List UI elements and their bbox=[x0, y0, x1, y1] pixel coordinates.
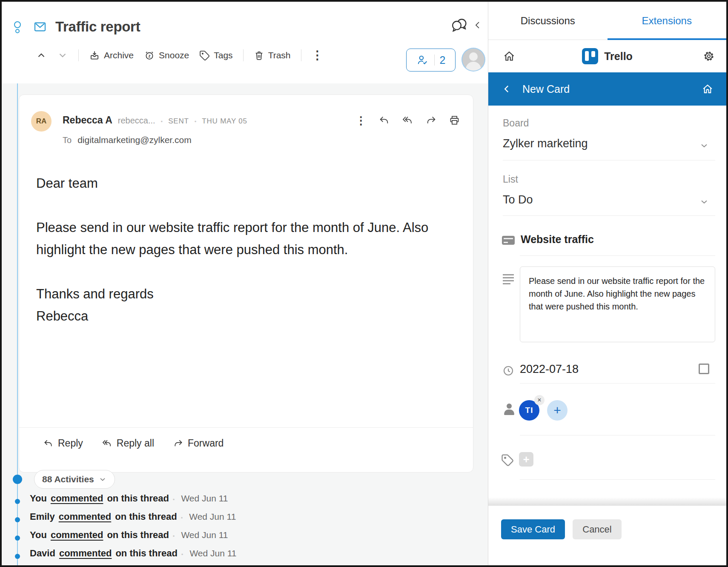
remove-member-icon[interactable]: × bbox=[534, 395, 545, 405]
card-divider bbox=[19, 427, 473, 428]
board-select-value[interactable]: Zylker marketing bbox=[503, 137, 588, 150]
timeline-dot bbox=[15, 499, 20, 504]
activity-context: on this thread bbox=[107, 493, 169, 504]
field-divider bbox=[520, 383, 715, 384]
list-label: List bbox=[503, 174, 518, 185]
tag-icon bbox=[199, 50, 210, 61]
trash-button[interactable]: Trash bbox=[254, 50, 291, 61]
activity-item: You commented on this thread • Wed Jun 1… bbox=[30, 530, 228, 543]
toolbar-divider bbox=[243, 49, 244, 61]
scroll-shadow bbox=[488, 497, 726, 506]
meta-separator: • bbox=[181, 551, 183, 558]
message-more-icon[interactable]: ⋮ bbox=[355, 115, 367, 126]
due-date-checkbox[interactable] bbox=[699, 364, 709, 374]
email-paragraph: Please send in our website traffic repor… bbox=[36, 217, 445, 261]
gear-icon[interactable] bbox=[702, 50, 715, 63]
chevron-down-icon[interactable] bbox=[699, 197, 709, 207]
field-divider bbox=[503, 160, 715, 160]
activity-context: on this thread bbox=[115, 548, 177, 559]
reply-all-icon[interactable] bbox=[402, 115, 413, 126]
back-icon[interactable] bbox=[501, 83, 512, 94]
list-select-value[interactable]: To Do bbox=[503, 193, 533, 206]
panel-tabs: Discussions Extensions bbox=[488, 2, 726, 40]
meta-separator: • bbox=[173, 533, 175, 539]
assignee-button[interactable]: 2 bbox=[406, 49, 456, 72]
extension-app-name: Trello bbox=[604, 50, 633, 63]
more-options-icon[interactable]: ⋮ bbox=[312, 49, 324, 61]
member-icon bbox=[504, 404, 515, 415]
reply-button[interactable]: Reply bbox=[43, 438, 83, 449]
description-field[interactable]: Please send in our website traffic repor… bbox=[520, 266, 715, 342]
chat-icon[interactable] bbox=[450, 17, 468, 33]
recipient-address[interactable]: digitalmarketing@zylker.com bbox=[77, 135, 192, 145]
reply-icon[interactable] bbox=[378, 115, 390, 126]
tab-extensions[interactable]: Extensions bbox=[608, 2, 727, 40]
add-member-button[interactable]: + bbox=[547, 400, 567, 421]
snooze-button[interactable]: z Snooze bbox=[144, 50, 189, 61]
description-icon bbox=[503, 274, 514, 286]
forward-icon[interactable] bbox=[425, 115, 437, 126]
chevron-down-icon[interactable] bbox=[699, 140, 709, 151]
due-date-field[interactable]: 2022-07-18 bbox=[520, 363, 579, 376]
next-mail-button[interactable] bbox=[57, 50, 68, 61]
meta-separator: • bbox=[181, 515, 183, 521]
email-card: RA Rebecca A rebecca... • SENT • THU MAY… bbox=[19, 94, 473, 472]
timeline-dot bbox=[15, 554, 20, 559]
extension-app-bar: Trello bbox=[488, 40, 726, 72]
user-avatar[interactable] bbox=[462, 49, 484, 71]
button-divider bbox=[434, 54, 435, 66]
activity-comment-link[interactable]: commented bbox=[59, 511, 111, 522]
toolbar-divider bbox=[301, 49, 301, 61]
email-body: Dear team Please send in our website tra… bbox=[36, 172, 445, 327]
page-title: Traffic report bbox=[55, 19, 140, 35]
toolbar-divider bbox=[78, 49, 79, 61]
message-date: THU MAY 05 bbox=[202, 117, 247, 126]
activity-actor: Emily bbox=[30, 511, 55, 522]
forward-button[interactable]: Forward bbox=[173, 438, 224, 449]
collapse-panel-icon[interactable] bbox=[473, 20, 483, 30]
envelope-icon bbox=[32, 20, 48, 34]
activity-comment-link[interactable]: commented bbox=[59, 548, 112, 559]
avatar-silhouette bbox=[469, 52, 478, 61]
activities-toggle[interactable]: 88 Activities bbox=[34, 470, 115, 489]
timeline-dot bbox=[15, 517, 20, 522]
extension-panel: Discussions Extensions Trello bbox=[488, 2, 726, 565]
activity-item: You commented on this thread • Wed Jun 1… bbox=[30, 493, 228, 507]
label-tag-icon bbox=[501, 454, 514, 467]
cancel-button[interactable]: Cancel bbox=[573, 519, 622, 539]
reply-all-button[interactable]: Reply all bbox=[102, 438, 154, 449]
activity-date: Wed Jun 11 bbox=[189, 512, 236, 522]
field-divider bbox=[520, 255, 715, 256]
field-divider bbox=[503, 215, 715, 216]
field-divider bbox=[520, 435, 715, 435]
archive-button[interactable]: Archive bbox=[89, 50, 134, 61]
activity-actor: David bbox=[30, 548, 55, 559]
email-signature: Rebecca bbox=[36, 305, 445, 327]
activity-actor: You bbox=[30, 530, 47, 541]
email-signoff: Thanks and regards bbox=[36, 283, 445, 305]
board-label: Board bbox=[503, 117, 529, 129]
trello-logo bbox=[582, 48, 598, 64]
tags-button[interactable]: Tags bbox=[199, 50, 232, 61]
clock-icon bbox=[502, 364, 515, 377]
meta-separator: • bbox=[195, 118, 197, 125]
assignee-check-icon bbox=[416, 54, 429, 66]
print-icon[interactable] bbox=[449, 115, 460, 126]
thread-timeline-node bbox=[15, 29, 20, 33]
activity-date: Wed Jun 11 bbox=[181, 530, 228, 540]
field-divider bbox=[520, 479, 715, 480]
new-card-header: New Card bbox=[488, 72, 726, 106]
activity-comment-link[interactable]: commented bbox=[51, 530, 103, 541]
snooze-icon: z bbox=[144, 50, 155, 61]
prev-mail-button[interactable] bbox=[36, 50, 47, 61]
activity-date: Wed Jun 11 bbox=[189, 548, 236, 558]
tab-discussions[interactable]: Discussions bbox=[488, 2, 608, 40]
activity-comment-link[interactable]: commented bbox=[51, 493, 103, 504]
save-card-button[interactable]: Save Card bbox=[501, 519, 565, 539]
card-title-field[interactable]: Website traffic bbox=[521, 233, 594, 246]
sender-name: Rebecca A bbox=[63, 115, 112, 126]
timeline-dot bbox=[15, 536, 20, 541]
add-label-button[interactable]: + bbox=[519, 452, 533, 467]
avatar-silhouette bbox=[466, 62, 481, 71]
extension-home-icon[interactable] bbox=[702, 83, 714, 95]
